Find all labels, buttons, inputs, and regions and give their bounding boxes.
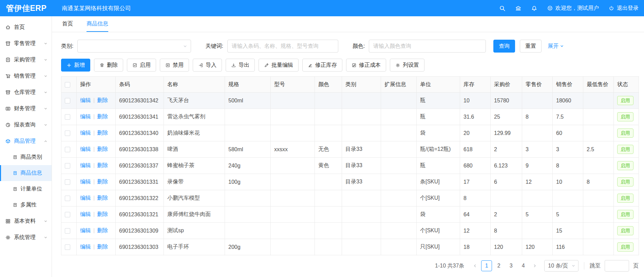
bell-icon[interactable]: [531, 5, 537, 12]
delete-link[interactable]: 删除: [97, 97, 108, 103]
delete-link[interactable]: 删除: [97, 211, 108, 217]
logout-button[interactable]: 退出登录: [608, 5, 639, 12]
row-checkbox[interactable]: [65, 179, 70, 185]
row-checkbox[interactable]: [65, 114, 70, 120]
row-checkbox[interactable]: [65, 131, 70, 136]
edit-link[interactable]: 编辑: [80, 244, 91, 250]
reset-button[interactable]: 重置: [520, 40, 542, 53]
sidebar-item-goods-category[interactable]: 商品类别: [0, 149, 52, 165]
cell-color: 黄色: [315, 158, 342, 174]
delete-link[interactable]: 删除: [97, 179, 108, 184]
delete-button[interactable]: 删除: [94, 59, 123, 72]
edit-link[interactable]: 编辑: [80, 227, 91, 233]
edit-link[interactable]: 编辑: [80, 97, 91, 103]
sidebar-item-warehouse[interactable]: 仓库管理: [0, 84, 52, 100]
sidebar-item-basic-data[interactable]: 基本资料: [0, 213, 52, 229]
mall-icon[interactable]: [515, 5, 522, 12]
cell-operation: 编辑|删除: [77, 109, 116, 125]
search-icon[interactable]: [499, 5, 506, 12]
sidebar-item-label: 销售管理: [14, 73, 36, 80]
sidebar-item-system[interactable]: 系统管理: [0, 229, 52, 245]
add-button[interactable]: 新增: [61, 59, 90, 72]
page-button-2[interactable]: 2: [493, 260, 504, 271]
cell-purchase-price: 129.99: [491, 125, 522, 141]
page-button-3[interactable]: 3: [506, 260, 516, 271]
cell-operation: 编辑|删除: [77, 223, 116, 239]
button-label: 批量编辑: [271, 62, 293, 69]
import-button[interactable]: 导入: [193, 59, 222, 72]
edit-link[interactable]: 编辑: [80, 179, 91, 184]
button-label: 修正成本: [359, 62, 381, 69]
delete-link[interactable]: 删除: [97, 195, 108, 201]
sidebar-item-goods-info[interactable]: 商品信息: [0, 165, 52, 181]
purchase-icon: [5, 57, 11, 63]
row-checkbox[interactable]: [65, 212, 70, 217]
user-menu[interactable]: 欢迎您，测试用户: [547, 5, 599, 12]
column-settings-button[interactable]: 列设置: [390, 59, 424, 72]
row-checkbox[interactable]: [65, 244, 70, 250]
enable-button[interactable]: 启用: [127, 59, 156, 72]
cell-min-price: [583, 239, 614, 255]
cell-color: [315, 109, 342, 125]
keyword-input[interactable]: [227, 40, 338, 53]
tab-goods-info[interactable]: 商品信息: [87, 16, 108, 32]
fix-cost-button[interactable]: 修正成本: [346, 59, 386, 72]
jump-page-input[interactable]: [605, 260, 629, 272]
page-button-4[interactable]: 4: [518, 260, 529, 271]
export-button[interactable]: 导出: [226, 59, 255, 72]
edit-link[interactable]: 编辑: [80, 162, 91, 168]
sidebar-item-attributes[interactable]: 多属性: [0, 197, 52, 213]
row-checkbox[interactable]: [65, 98, 70, 103]
select-all-checkbox[interactable]: [65, 82, 70, 87]
edit-link[interactable]: 编辑: [80, 211, 91, 217]
cell-min-price: [583, 125, 614, 141]
row-checkbox[interactable]: [65, 147, 70, 152]
status-badge: 启用: [617, 210, 633, 219]
cell-operation: 编辑|删除: [77, 141, 116, 158]
sidebar-item-purchase[interactable]: 采购管理: [0, 52, 52, 68]
link-separator: |: [93, 179, 95, 184]
cell-name: 电子手环: [164, 239, 225, 255]
page-size-select[interactable]: 10 条/页: [544, 260, 579, 272]
prev-page-button[interactable]: [470, 260, 480, 271]
batch-edit-button[interactable]: 批量编辑: [259, 59, 299, 72]
color-input[interactable]: [369, 40, 486, 53]
status-badge: 启用: [617, 161, 633, 170]
cell-stock: 10: [460, 93, 491, 109]
sidebar-item-units[interactable]: 计量单位: [0, 181, 52, 197]
delete-link[interactable]: 删除: [97, 244, 108, 250]
chevron-down-icon: [560, 44, 564, 48]
delete-link[interactable]: 删除: [97, 146, 108, 152]
cell-spec: [225, 223, 271, 239]
edit-link[interactable]: 编辑: [80, 195, 91, 201]
edit-link[interactable]: 编辑: [80, 130, 91, 136]
expand-filters-link[interactable]: 展开: [548, 43, 564, 50]
row-checkbox[interactable]: [65, 228, 70, 234]
row-checkbox[interactable]: [65, 196, 70, 201]
cell-color: [315, 223, 342, 239]
sidebar-item-retail[interactable]: 零售管理: [0, 35, 52, 52]
search-button[interactable]: 查询: [493, 40, 515, 53]
sidebar-item-sales[interactable]: 销售管理: [0, 68, 52, 84]
cell-stock: 8: [460, 190, 491, 206]
edit-link[interactable]: 编辑: [80, 114, 91, 119]
row-checkbox[interactable]: [65, 163, 70, 169]
delete-link[interactable]: 删除: [97, 114, 108, 119]
tab-home[interactable]: 首页: [62, 16, 73, 32]
delete-link[interactable]: 删除: [97, 130, 108, 136]
delete-link[interactable]: 删除: [97, 162, 108, 168]
sidebar-item-label: 商品管理: [14, 138, 36, 145]
category-select[interactable]: [77, 40, 191, 53]
edit-link[interactable]: 编辑: [80, 146, 91, 152]
sidebar-item-report[interactable]: 报表查询: [0, 117, 52, 133]
sidebar-item-finance[interactable]: 财务管理: [0, 100, 52, 117]
check-square-icon: [132, 63, 137, 68]
fix-stock-button[interactable]: 修正库存: [302, 59, 342, 72]
page-button-1[interactable]: 1: [481, 260, 492, 271]
package-icon: [5, 138, 11, 144]
sidebar-item-home[interactable]: 首页: [0, 19, 52, 35]
disable-button[interactable]: 禁用: [160, 59, 189, 72]
sidebar-item-goods[interactable]: 商品管理: [0, 133, 52, 149]
next-page-button[interactable]: [530, 260, 539, 271]
delete-link[interactable]: 删除: [97, 227, 108, 233]
